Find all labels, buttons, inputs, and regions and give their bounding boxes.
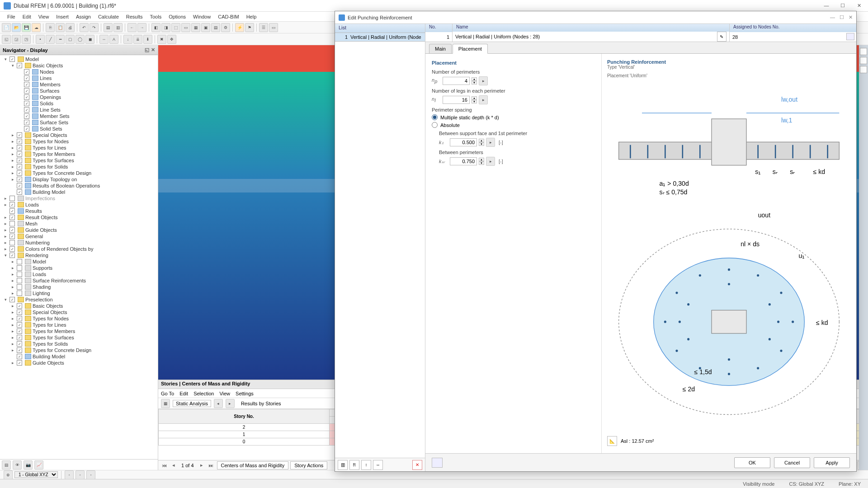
filter-icon[interactable]: ▦ (161, 399, 170, 408)
panel-close-icon[interactable]: ✕ (151, 47, 155, 53)
delete-icon[interactable]: ✕ (412, 460, 422, 470)
num-perim-input[interactable] (443, 77, 470, 85)
snap1-icon[interactable]: ◦ (65, 470, 74, 479)
expand-icon[interactable]: ▸ (10, 171, 15, 175)
tree-item-types-for-solids[interactable]: ▸Types for Solids (0, 164, 158, 170)
menu-view[interactable]: View (35, 14, 53, 19)
checkbox[interactable] (17, 360, 22, 366)
arrow-r-icon[interactable]: → (137, 23, 146, 32)
sel3-icon[interactable]: ◳ (22, 35, 31, 44)
prev-page-icon[interactable]: ◂ (170, 462, 177, 468)
flag-icon[interactable]: ⚑ (245, 23, 254, 32)
down-icon[interactable]: ↔ (373, 460, 383, 470)
tree-item-openings[interactable]: Openings (0, 94, 158, 100)
expand-icon[interactable]: ▸ (3, 221, 8, 226)
tree-item-supports[interactable]: ▸Supports (0, 265, 158, 271)
step-icon[interactable]: ▸ (486, 138, 495, 147)
tree-item-model[interactable]: ▾Model (0, 56, 158, 62)
save-icon[interactable]: 💾 (22, 23, 31, 32)
tree-item-guide-objects[interactable]: ▸Guide Objects (0, 227, 158, 233)
tree-item-loads[interactable]: ▸Loads (0, 271, 158, 277)
checkbox[interactable] (9, 246, 15, 252)
cloud-icon[interactable]: ☁ (32, 23, 41, 32)
checkbox[interactable] (17, 158, 22, 163)
tree-item-preselection[interactable]: ▾Preselection (0, 296, 158, 303)
checkbox[interactable] (9, 221, 15, 226)
checkbox[interactable] (9, 56, 15, 62)
undo-icon[interactable]: ↶ (80, 23, 89, 32)
analysis-dropdown[interactable]: Static Analysis (173, 400, 211, 407)
checkbox[interactable] (17, 183, 22, 188)
checkbox[interactable] (24, 75, 29, 81)
radio-absolute[interactable] (432, 122, 438, 128)
no-input[interactable] (428, 34, 449, 40)
expand-icon[interactable]: ▸ (10, 259, 15, 264)
checkbox[interactable] (9, 253, 15, 258)
expand-icon[interactable]: ▸ (10, 278, 15, 283)
expand-icon[interactable]: ▸ (10, 323, 15, 327)
checkbox[interactable] (17, 303, 22, 309)
bolt-icon[interactable]: ⚡ (235, 23, 244, 32)
tree-item-rendering[interactable]: ▾Rendering (0, 252, 158, 258)
checkbox[interactable] (9, 196, 15, 201)
down-icon[interactable]: ▼ (472, 100, 477, 103)
expand-icon[interactable]: ▾ (10, 63, 15, 68)
down-icon[interactable]: ▼ (479, 161, 484, 165)
expand-icon[interactable]: ▸ (3, 215, 8, 220)
checkbox[interactable] (24, 88, 29, 94)
tab-data-icon[interactable]: ▤ (2, 460, 11, 469)
tree-item-types-for-nodes[interactable]: ▸Types for Nodes (0, 138, 158, 145)
tab-camera-icon[interactable]: 📷 (24, 460, 33, 469)
checkbox[interactable] (9, 227, 15, 233)
add-icon[interactable]: ▥ (338, 460, 348, 470)
maximize-icon[interactable]: ☐ (837, 3, 848, 9)
load2-icon[interactable]: ⇊ (133, 35, 142, 44)
dlg-close-icon[interactable]: ✕ (849, 14, 853, 20)
gear-icon[interactable]: ⚙ (221, 23, 230, 32)
tree-item-solids[interactable]: Solids (0, 100, 158, 107)
up-icon[interactable]: ↕ (361, 460, 371, 470)
menu-edit[interactable]: Edit (19, 14, 35, 19)
expand-icon[interactable]: ▾ (3, 297, 8, 302)
tree-item-solid-sets[interactable]: Solid Sets (0, 126, 158, 132)
tree-item-model[interactable]: ▸Model (0, 258, 158, 265)
copy-icon[interactable]: ⎘ (46, 23, 55, 32)
pick-nodes-icon[interactable] (846, 33, 854, 40)
tab-chart-icon[interactable]: 📈 (34, 460, 43, 469)
first-page-icon[interactable]: ⏮ (160, 463, 169, 468)
dim-icon[interactable]: ↔ (99, 35, 108, 44)
stories-menu-edit[interactable]: Edit (179, 391, 188, 396)
step-icon[interactable]: ▸ (479, 95, 488, 104)
tree-item-types-for-surfaces[interactable]: ▸Types for Surfaces (0, 157, 158, 164)
expand-icon[interactable]: ▸ (3, 234, 8, 239)
up-icon[interactable]: ▲ (472, 96, 477, 100)
tree-item-mesh[interactable]: ▸Mesh (0, 221, 158, 227)
expand-icon[interactable]: ▸ (3, 196, 8, 201)
tree-item-colors-of-rendered-objects-by[interactable]: ▸Colors of Rendered Objects by (0, 246, 158, 252)
member-icon[interactable]: ━ (56, 35, 65, 44)
expand-icon[interactable]: ▸ (10, 139, 15, 144)
opening-icon[interactable]: ◯ (75, 35, 85, 44)
tree-item-numbering[interactable]: ▸Numbering (0, 239, 158, 246)
expand-icon[interactable]: ▸ (10, 133, 15, 137)
menu-window[interactable]: Window (189, 14, 214, 19)
expand-icon[interactable]: ▸ (10, 361, 15, 365)
print-icon[interactable]: 🖨 (66, 23, 75, 32)
checkbox[interactable] (9, 208, 15, 214)
tree-item-loads[interactable]: ▸Loads (0, 202, 158, 208)
radio-multiple[interactable] (432, 114, 438, 120)
checkbox[interactable] (17, 63, 22, 68)
prev-icon[interactable]: ◂ (214, 399, 223, 408)
r2-icon[interactable] (860, 57, 867, 64)
cs-icon[interactable]: ⊕ (4, 470, 13, 479)
checkbox[interactable] (24, 94, 29, 100)
checkbox[interactable] (17, 265, 22, 271)
doc2-icon[interactable]: ▥ (113, 23, 123, 32)
checkbox[interactable] (9, 240, 15, 245)
tree-item-basic-objects[interactable]: ▸Basic Objects (0, 303, 158, 309)
checkbox[interactable] (17, 139, 22, 144)
up-icon[interactable]: ▲ (479, 139, 484, 142)
checkbox[interactable] (9, 215, 15, 220)
view-front-icon[interactable]: ◨ (161, 23, 170, 32)
tree-item-types-for-nodes[interactable]: ▸Types for Nodes (0, 315, 158, 322)
